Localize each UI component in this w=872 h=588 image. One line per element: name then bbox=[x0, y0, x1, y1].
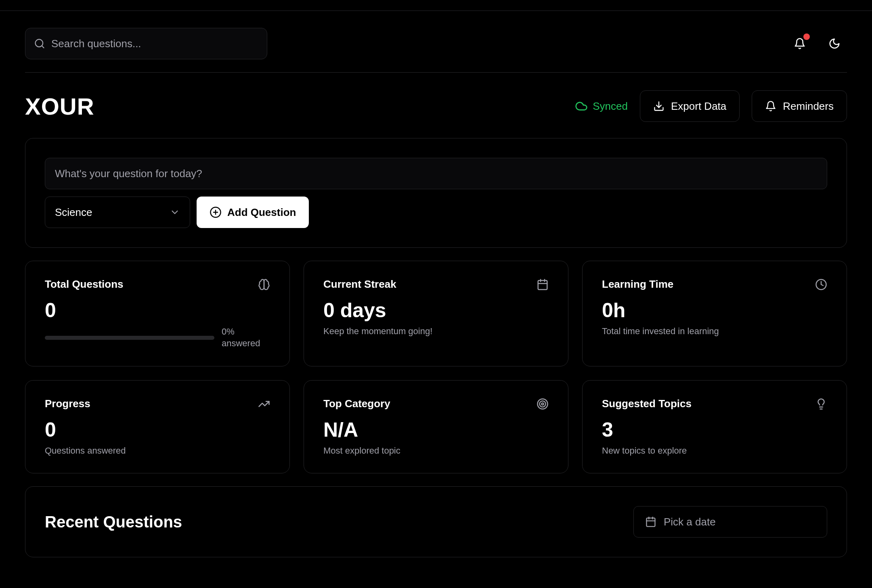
svg-point-6 bbox=[540, 401, 546, 407]
svg-rect-8 bbox=[647, 518, 655, 527]
card-title: Suggested Topics bbox=[602, 398, 692, 410]
notifications-button[interactable] bbox=[787, 31, 812, 56]
sync-label: Synced bbox=[593, 100, 628, 113]
card-sub: New topics to explore bbox=[602, 446, 827, 456]
category-selected-value: Science bbox=[55, 206, 92, 219]
search-icon bbox=[34, 38, 45, 49]
calendar-icon bbox=[645, 516, 656, 527]
card-value: N/A bbox=[323, 418, 549, 442]
sync-status: Synced bbox=[575, 100, 628, 113]
recent-questions-title: Recent Questions bbox=[45, 513, 182, 531]
svg-rect-3 bbox=[538, 280, 547, 290]
bell-icon bbox=[794, 38, 806, 50]
add-question-button[interactable]: Add Question bbox=[197, 197, 309, 228]
search-wrap bbox=[25, 28, 267, 59]
card-sub: Keep the momentum going! bbox=[323, 326, 549, 337]
theme-toggle-button[interactable] bbox=[822, 31, 847, 56]
notification-dot bbox=[803, 33, 810, 40]
brain-icon bbox=[258, 278, 270, 291]
clock-icon bbox=[815, 278, 827, 291]
moon-icon bbox=[828, 38, 841, 50]
date-picker-label: Pick a date bbox=[664, 516, 716, 528]
app-logo: XOUR bbox=[25, 93, 94, 120]
card-suggested-topics: Suggested Topics 3 New topics to explore bbox=[582, 380, 847, 473]
card-value: 0h bbox=[602, 299, 827, 322]
recent-questions-panel: Recent Questions Pick a date bbox=[25, 486, 847, 557]
add-question-panel: Science Add Question bbox=[25, 138, 847, 248]
card-value: 3 bbox=[602, 418, 827, 442]
export-data-button[interactable]: Export Data bbox=[640, 90, 740, 122]
card-title: Top Category bbox=[323, 398, 390, 410]
progress-bar bbox=[45, 336, 214, 340]
download-icon bbox=[653, 100, 664, 112]
svg-point-7 bbox=[542, 403, 544, 405]
add-question-label: Add Question bbox=[227, 206, 296, 219]
trending-up-icon bbox=[258, 398, 270, 410]
card-title: Progress bbox=[45, 398, 90, 410]
card-value: 0 bbox=[45, 418, 270, 442]
progress-label: 0% answered bbox=[222, 326, 270, 349]
card-current-streak: Current Streak 0 days Keep the momentum … bbox=[304, 261, 568, 366]
target-icon bbox=[537, 398, 549, 410]
card-title: Total Questions bbox=[45, 278, 124, 291]
reminders-button[interactable]: Reminders bbox=[752, 90, 847, 122]
chevron-down-icon bbox=[170, 207, 180, 218]
card-value: 0 bbox=[45, 299, 270, 322]
card-title: Learning Time bbox=[602, 278, 673, 291]
bell-icon bbox=[765, 100, 776, 112]
card-total-questions: Total Questions 0 0% answered bbox=[25, 261, 290, 366]
calendar-icon bbox=[537, 278, 549, 291]
card-sub: Total time invested in learning bbox=[602, 326, 827, 337]
question-input[interactable] bbox=[45, 158, 827, 189]
cloud-icon bbox=[575, 100, 588, 113]
search-input[interactable] bbox=[25, 28, 267, 59]
lightbulb-icon bbox=[815, 398, 827, 410]
card-title: Current Streak bbox=[323, 278, 396, 291]
card-progress: Progress 0 Questions answered bbox=[25, 380, 290, 473]
card-top-category: Top Category N/A Most explored topic bbox=[304, 380, 568, 473]
reminders-label: Reminders bbox=[783, 100, 834, 113]
card-sub: Most explored topic bbox=[323, 446, 549, 456]
category-select[interactable]: Science bbox=[45, 197, 190, 228]
export-label: Export Data bbox=[671, 100, 726, 113]
card-learning-time: Learning Time 0h Total time invested in … bbox=[582, 261, 847, 366]
date-picker-button[interactable]: Pick a date bbox=[633, 506, 827, 538]
plus-circle-icon bbox=[210, 206, 222, 218]
card-sub: Questions answered bbox=[45, 446, 270, 456]
card-value: 0 days bbox=[323, 299, 549, 322]
